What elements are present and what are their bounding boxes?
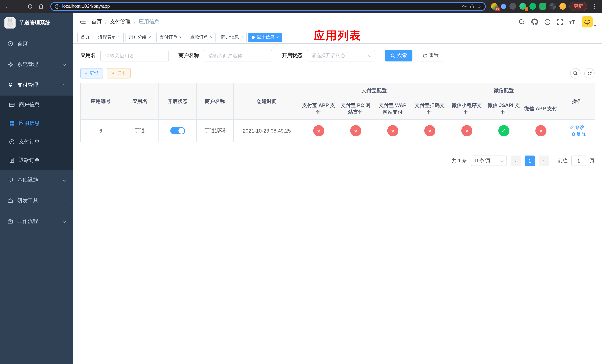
export-button[interactable]: 导出: [107, 68, 130, 78]
status-select[interactable]: 请选择开启状态: [307, 50, 376, 61]
trash-icon: [571, 132, 576, 136]
browser-update-button[interactable]: 更新: [570, 2, 587, 11]
next-page-button[interactable]: ›: [539, 156, 549, 166]
site-info-icon[interactable]: [55, 4, 60, 9]
extension-icon-2[interactable]: [501, 4, 506, 9]
navbar: 首页 / 支付管理 / 应用信息 ?: [73, 13, 602, 31]
sidebar-item-home[interactable]: 首页: [0, 33, 73, 54]
extension-icon-4[interactable]: 1: [519, 3, 526, 10]
breadcrumb-home[interactable]: 首页: [91, 19, 102, 25]
col-header-alipay-wap: 支付宝 WAP 网站支付: [374, 98, 411, 119]
close-icon[interactable]: ×: [179, 35, 182, 39]
app-name-input[interactable]: [100, 50, 169, 61]
yen-icon: ￥: [7, 82, 13, 88]
sidebar-item-pay-order[interactable]: 支付订单: [0, 133, 73, 151]
page-size-select[interactable]: 10条/页: [471, 156, 507, 166]
sidebar-item-merchant-info[interactable]: 商户信息: [0, 96, 73, 114]
tab-home[interactable]: 首页: [77, 32, 93, 42]
search-icon[interactable]: [518, 19, 525, 25]
chevron-down-icon: [63, 63, 66, 66]
app-title: 芋道管理系统: [19, 20, 50, 26]
extension-icon-1[interactable]: 10: [491, 3, 498, 10]
close-icon[interactable]: ×: [241, 35, 243, 39]
password-key-icon[interactable]: [462, 4, 467, 9]
sidebar-collapse-icon[interactable]: [79, 18, 86, 26]
github-icon[interactable]: [531, 19, 538, 25]
status-toggle[interactable]: [170, 127, 185, 134]
close-icon[interactable]: ×: [276, 35, 279, 39]
fullscreen-icon[interactable]: [557, 19, 563, 25]
filter-form: 应用名 商户名称 开启状态 请选择开启状态 搜索 重置: [80, 50, 595, 62]
sidebar-item-payment[interactable]: ￥ 支付管理: [0, 75, 73, 96]
chevron-down-icon: ▾: [594, 24, 596, 28]
font-size-icon[interactable]: TT: [569, 19, 575, 25]
delete-link[interactable]: 删除: [571, 131, 586, 137]
table-toolbar-right: [570, 68, 595, 78]
forward-icon[interactable]: →: [15, 2, 23, 10]
chevron-up-icon: [63, 84, 66, 87]
user-avatar[interactable]: ▾: [581, 16, 596, 28]
col-group-wechat: 微信配置: [448, 83, 559, 98]
share-icon[interactable]: [469, 4, 475, 9]
extension-badge: 1: [525, 7, 528, 11]
app-table: 应用编号 应用名 开启状态 商户名称 创建时间 支付宝配置 微信配置 操作 支付…: [80, 83, 595, 142]
close-icon[interactable]: ×: [118, 35, 120, 39]
address-bar[interactable]: localhost:1024/pay/app ☆: [50, 2, 486, 11]
reload-icon[interactable]: [26, 2, 34, 10]
profile-avatar[interactable]: [559, 3, 566, 10]
close-icon[interactable]: ×: [149, 35, 151, 39]
tab-user-group[interactable]: 用户分组×: [126, 32, 154, 42]
help-icon[interactable]: ?: [544, 19, 550, 25]
col-header-app-id: 应用编号: [81, 83, 121, 119]
document-icon: [9, 157, 15, 163]
cell-created: 2021-10-23 08:49:25: [233, 119, 300, 142]
merchant-name-input[interactable]: [204, 50, 272, 61]
search-icon: [391, 53, 395, 58]
wx-lite-status-icon: ×: [461, 125, 472, 136]
briefcase-icon: [7, 218, 13, 225]
sidebar-item-devtools[interactable]: 研发工具: [0, 190, 73, 211]
refresh-table-button[interactable]: [584, 68, 595, 78]
extension-icon-5[interactable]: [529, 3, 536, 10]
sidebar-item-system[interactable]: 系统管理: [0, 54, 73, 75]
tab-merchant-info[interactable]: 商户信息×: [218, 32, 247, 42]
breadcrumb-payment[interactable]: 支付管理: [110, 19, 131, 25]
wx-app-status-icon: ×: [535, 125, 546, 136]
bookmark-star-icon[interactable]: ☆: [477, 3, 481, 9]
home-icon[interactable]: [37, 2, 45, 10]
chevron-down-icon: [501, 159, 504, 162]
reset-button[interactable]: 重置: [417, 50, 444, 62]
close-icon[interactable]: ×: [210, 35, 213, 39]
back-icon[interactable]: ←: [4, 2, 12, 10]
sidebar-item-workflow[interactable]: 工作流程: [0, 211, 73, 232]
toggle-search-button[interactable]: [570, 68, 580, 78]
tab-process-form[interactable]: 流程表单×: [95, 32, 124, 42]
page-number-1[interactable]: 1: [525, 156, 535, 166]
add-button[interactable]: + 新增: [80, 68, 103, 78]
browser-extensions: 10 1 更新 ⋮: [491, 2, 598, 11]
extension-icon-3[interactable]: [509, 3, 516, 10]
extension-badge: 10: [495, 7, 500, 11]
goto-page-input[interactable]: [571, 156, 586, 166]
search-button[interactable]: 搜索: [385, 50, 412, 62]
tab-refund-order[interactable]: 退款订单×: [187, 32, 216, 42]
col-header-status: 开启状态: [159, 83, 196, 119]
sidebar-item-infrastructure[interactable]: 基础设施: [0, 170, 73, 190]
edit-link[interactable]: 修改: [570, 124, 585, 131]
col-header-alipay-app: 支付宝 APP 支付: [300, 98, 337, 119]
col-header-wx-lite: 微信小程序支付: [448, 98, 485, 119]
page-title-annotation: 应用列表: [314, 28, 361, 43]
browser-menu-icon[interactable]: ⋮: [591, 3, 598, 10]
prev-page-button[interactable]: ‹: [511, 156, 521, 166]
col-header-alipay-qr: 支付宝扫码支付: [411, 98, 448, 119]
bank-card-icon: [9, 102, 15, 108]
pencil-icon: [570, 125, 574, 130]
extension-icon-7[interactable]: [549, 3, 556, 10]
sidebar-item-refund-order[interactable]: 退款订单: [0, 151, 73, 170]
alipay-wap-status-icon: ×: [387, 125, 398, 136]
alipay-pc-status-icon: ×: [350, 125, 361, 136]
extension-icon-6[interactable]: [539, 3, 546, 10]
sidebar-item-app-info[interactable]: 应用信息: [0, 114, 73, 133]
tab-app-info[interactable]: 应用信息×: [248, 32, 282, 42]
tab-pay-order[interactable]: 支付订单×: [156, 32, 185, 42]
